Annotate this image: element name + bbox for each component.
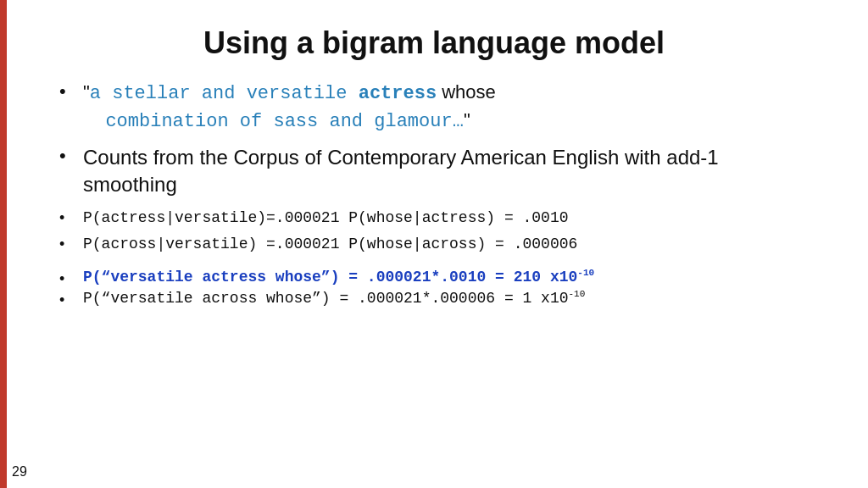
quote-line-2: combination of sass and glamour…" [83, 111, 470, 132]
result-actress: P(“versatile actress whose”) = .000021*.… [83, 269, 594, 286]
prob-across: P(across|versatile) =.000021 P(whose|acr… [83, 233, 817, 256]
result-across: P(“versatile across whose”) = .000021*.0… [83, 290, 585, 307]
bullet-item-6: P(“versatile across whose”) = .000021*.0… [59, 289, 817, 307]
slide: Using a bigram language model "a stellar… [0, 0, 868, 488]
quote-text: "a stellar and versatile actress whose c… [83, 80, 817, 136]
bullet-item-1: "a stellar and versatile actress whose c… [59, 80, 817, 136]
corpus-text: Counts from the Corpus of Contemporary A… [83, 146, 719, 196]
page-number: 29 [12, 464, 27, 480]
bullet-item-3: P(actress|versatile)=.000021 P(whose|act… [59, 207, 817, 230]
prob-actress: P(actress|versatile)=.000021 P(whose|act… [83, 207, 817, 230]
quote-line-1: "a stellar and versatile actress whose [83, 83, 496, 104]
red-bar [0, 0, 7, 488]
bullet-item-5: P(“versatile actress whose”) = .000021*.… [59, 268, 817, 286]
bullet-list: "a stellar and versatile actress whose c… [51, 80, 817, 307]
bullet-item-4: P(across|versatile) =.000021 P(whose|acr… [59, 233, 817, 256]
bullet-item-2: Counts from the Corpus of Contemporary A… [59, 144, 817, 199]
slide-title: Using a bigram language model [51, 25, 817, 61]
